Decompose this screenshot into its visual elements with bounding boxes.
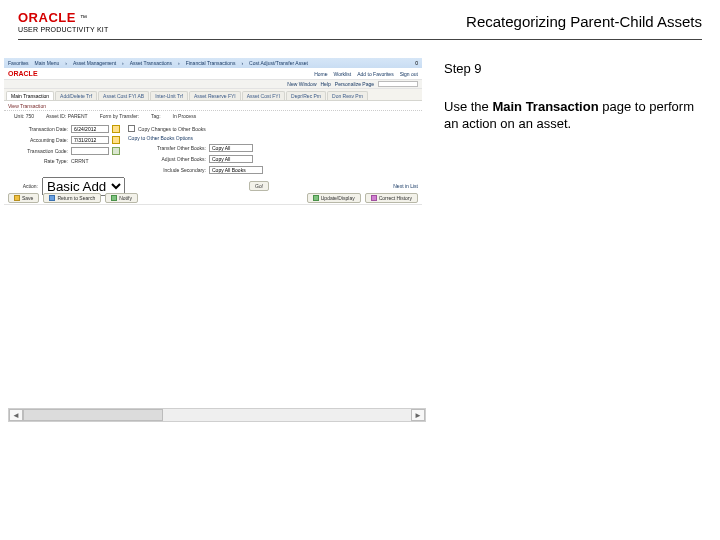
section-header: View Transaction (4, 101, 422, 111)
action-label: Action: (8, 183, 38, 189)
scroll-left-arrow[interactable]: ◄ (9, 409, 23, 421)
tab-asset-cost-ab[interactable]: Asset Cost FYI AB (98, 91, 149, 100)
include-secondary-label: Include Secondary: (128, 167, 206, 173)
link-worklist[interactable]: Worklist (334, 71, 352, 77)
tab-asset-cost[interactable]: Asset Cost FYI (242, 91, 285, 100)
adjust-books-label: Adjust Other Books: (128, 156, 206, 162)
tab-add-delete-trf[interactable]: Add/Delete Trf (55, 91, 97, 100)
app-sub-bar: New Window Help Personalize Page (4, 80, 422, 89)
link-new-window[interactable]: New Window (287, 81, 316, 87)
instr-pre: Use the (444, 99, 492, 114)
update-icon (313, 195, 319, 201)
inprocess-label: In Process (173, 113, 197, 119)
copy-options-header[interactable]: Copy to Other Books Options (128, 135, 193, 141)
correct-history-button[interactable]: Correct History (365, 193, 418, 203)
unit-label: Unit: (14, 113, 24, 119)
crumb-item[interactable]: Favorites (8, 60, 29, 66)
tab-depr-rec[interactable]: Depr/Rec Pm (286, 91, 326, 100)
acctdate-label: Accounting Date: (10, 137, 68, 143)
tab-asset-reserve[interactable]: Asset Reserve FYI (189, 91, 241, 100)
return-icon (49, 195, 55, 201)
brand-subtitle: USER PRODUCTIVITY KIT (18, 26, 108, 33)
step-instruction: Use the Main Transaction page to perform… (444, 98, 694, 133)
link-add-favorites[interactable]: Add to Favorites (357, 71, 393, 77)
app-header-bar: ORACLE Home Worklist Add to Favorites Si… (4, 68, 422, 80)
trademark: ™ (80, 14, 87, 21)
assetid-label: Asset ID: (46, 113, 66, 119)
search-input[interactable] (378, 81, 418, 87)
scroll-track[interactable] (23, 409, 411, 421)
crumb-item[interactable]: Asset Management (73, 60, 116, 66)
transfer-books-field[interactable] (209, 144, 253, 152)
breadcrumb: Favorites Main Menu › Asset Management ›… (4, 58, 422, 68)
assetid-value: PARENT (68, 113, 88, 119)
brand-block: ORACLE ™ USER PRODUCTIVITY KIT (18, 10, 108, 33)
action-row: Action: Basic Add Go! Next in List (4, 180, 422, 192)
link-home[interactable]: Home (314, 71, 327, 77)
link-signout[interactable]: Sign out (400, 71, 418, 77)
link-personalize[interactable]: Personalize Page (335, 81, 374, 87)
tab-main-transaction[interactable]: Main Transaction (6, 91, 54, 100)
ratetype-value: CRRNT (71, 158, 89, 164)
crumb-item[interactable]: Asset Transactions (130, 60, 172, 66)
update-display-button[interactable]: Update/Display (307, 193, 361, 203)
page-link-trail[interactable]: Main Transaction | Asset Cost FYI | Cost… (4, 204, 422, 208)
transfer-books-label: Transfer Other Books: (128, 145, 206, 151)
link-help[interactable]: Help (321, 81, 331, 87)
step-number: Step 9 (444, 60, 694, 78)
tab-interunit-trf[interactable]: Inter-Unit Trf (150, 91, 188, 100)
instr-bold: Main Transaction (492, 99, 598, 114)
scroll-thumb[interactable] (23, 409, 163, 421)
transdate-field[interactable] (71, 125, 109, 133)
transcode-field[interactable] (71, 147, 109, 155)
calendar-icon[interactable] (112, 136, 120, 144)
copy-changes-checkbox[interactable] (128, 125, 135, 132)
include-secondary-field[interactable] (209, 166, 263, 174)
app-screenshot: Favorites Main Menu › Asset Management ›… (4, 58, 422, 208)
horizontal-scrollbar[interactable]: ◄ ► (8, 408, 426, 422)
save-icon (14, 195, 20, 201)
tab-don-resv[interactable]: Don Resv Pm (327, 91, 368, 100)
crumb-item[interactable]: Main Menu (35, 60, 60, 66)
save-button[interactable]: Save (8, 193, 39, 203)
tag-label: Tag: (151, 113, 160, 119)
copy-changes-label: Copy Changes to Other Books (138, 126, 206, 132)
transcode-label: Transaction Code: (10, 148, 68, 154)
lookup-icon[interactable] (112, 147, 120, 155)
scroll-right-arrow[interactable]: ► (411, 409, 425, 421)
calendar-icon[interactable] (112, 125, 120, 133)
brand-word: ORACLE (18, 10, 76, 25)
desc-label: Form by Transfer: (100, 113, 139, 119)
crumb-right-indicator: 0 (415, 60, 418, 66)
crumb-item[interactable]: Financial Transactions (186, 60, 236, 66)
ratetype-label: Rate Type: (10, 158, 68, 164)
notify-button[interactable]: Notify (105, 193, 138, 203)
app-logo: ORACLE (8, 70, 38, 77)
notify-icon (111, 195, 117, 201)
section-title: View Transaction (8, 103, 46, 109)
unit-value: 750 (26, 113, 34, 119)
asset-id-row: Unit: 750 Asset ID: PARENT Form by Trans… (4, 111, 422, 121)
toolbar: Save Return to Search Notify Update/Disp… (4, 192, 422, 204)
history-icon (371, 195, 377, 201)
next-in-list-link[interactable]: Next in List (393, 183, 418, 189)
acctdate-field[interactable] (71, 136, 109, 144)
go-button[interactable]: Go! (249, 181, 269, 191)
transdate-label: Transaction Date: (10, 126, 68, 132)
crumb-item[interactable]: Cost Adjust/Transfer Asset (249, 60, 308, 66)
adjust-books-field[interactable] (209, 155, 253, 163)
tab-strip: Main Transaction Add/Delete Trf Asset Co… (4, 89, 422, 101)
header-divider (18, 39, 702, 40)
page-title: Recategorizing Parent-Child Assets (466, 13, 702, 30)
return-search-button[interactable]: Return to Search (43, 193, 101, 203)
form-area: Transaction Date: Accounting Date: Trans (4, 121, 422, 180)
